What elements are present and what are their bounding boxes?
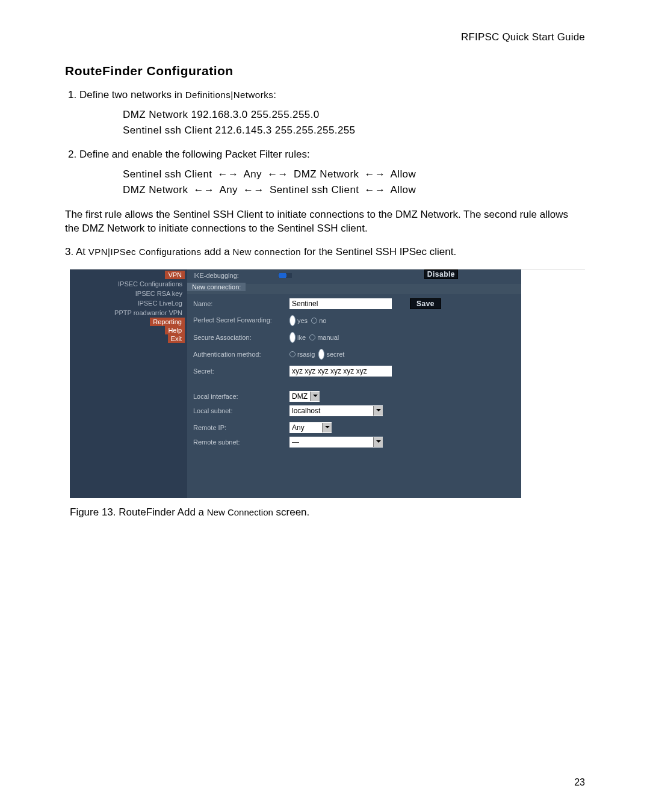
sidebar-item-exit[interactable]: Exit <box>168 334 185 343</box>
disable-button[interactable]: Disable <box>424 269 458 279</box>
rule-part: Sentinel ssh Client <box>123 168 212 180</box>
network-row: DMZ Network 192.168.3.0 255.255.255.0 <box>123 107 585 123</box>
section-tab-new-connection: New connection: <box>187 283 246 291</box>
sidebar-item-vpn[interactable]: VPN <box>165 271 185 279</box>
remote-ip-value: Any <box>292 423 307 432</box>
step1-tail: : <box>273 89 276 100</box>
rule-row: Sentinel ssh Client ←→ Any ←→ DMZ Networ… <box>123 167 585 182</box>
sa-ike-radio[interactable] <box>289 332 296 343</box>
new-connection-form: Name: Sentinel Save Perfect Secret Forwa… <box>193 298 515 454</box>
rule-row: DMZ Network ←→ Any ←→ Sentinel ssh Clien… <box>123 182 585 198</box>
step3-action: New connection <box>232 247 301 257</box>
sa-manual-radio[interactable] <box>309 334 315 340</box>
local-subnet-select[interactable]: localhost <box>289 405 383 416</box>
body-paragraph: The first rule allows the Sentinel SSH C… <box>65 208 585 236</box>
save-button[interactable]: Save <box>410 298 441 309</box>
auth-rsasig-radio[interactable] <box>289 351 296 357</box>
step3-path: VPN|IPSec Configurations <box>88 247 202 257</box>
arrow-icon: ←→ <box>362 182 388 198</box>
local-subnet-label: Local subnet: <box>193 407 289 414</box>
chevron-down-icon <box>310 392 320 401</box>
arrow-icon: ←→ <box>362 167 388 182</box>
steps-list: Define two networks in Definitions|Netwo… <box>65 89 585 197</box>
arrow-icon: ←→ <box>241 182 267 198</box>
step-1: Define two networks in Definitions|Netwo… <box>79 89 585 138</box>
sidebar-item-reporting[interactable]: Reporting <box>150 318 185 326</box>
routefinder-screenshot: VPN IPSEC Configurations IPSEC RSA key I… <box>70 269 521 498</box>
pfs-no-text: no <box>319 317 326 324</box>
sidebar-nav: VPN IPSEC Configurations IPSEC RSA key I… <box>70 269 187 498</box>
figcap-lead: Figure 13. RouteFinder Add a <box>70 506 207 518</box>
remote-ip-label: Remote IP: <box>193 424 289 431</box>
document-page: RFIPSC Quick Start Guide RouteFinder Con… <box>0 0 650 812</box>
screenshot-main: IKE-debugging: Disable New connection: N… <box>187 269 521 498</box>
pfs-yes-radio[interactable] <box>289 315 296 326</box>
secret-input[interactable]: xyz xyz xyz xyz xyz xyz <box>289 366 392 377</box>
rule-part: DMZ Network <box>294 168 359 180</box>
chevron-down-icon <box>373 406 383 416</box>
figure-screenshot: VPN IPSEC Configurations IPSEC RSA key I… <box>70 269 585 518</box>
step-2: Define and enable the following Packet F… <box>79 149 585 197</box>
remote-subnet-label: Remote subnet: <box>193 438 289 446</box>
auth-secret-radio[interactable] <box>318 349 324 360</box>
figcap-tail: screen. <box>273 506 309 518</box>
name-label: Name: <box>193 300 289 307</box>
remote-subnet-value: — <box>292 438 302 446</box>
local-interface-label: Local interface: <box>193 393 289 400</box>
sa-label: Secure Association: <box>193 334 289 341</box>
rule-part: Allow <box>391 184 416 195</box>
running-header: RFIPSC Quick Start Guide <box>65 31 585 43</box>
step3-mid: add a <box>201 246 232 257</box>
rule-part: DMZ Network <box>123 184 188 195</box>
figure-caption: Figure 13. RouteFinder Add a New Connect… <box>70 506 585 518</box>
secret-label: Secret: <box>193 368 289 375</box>
local-interface-value: DMZ <box>292 392 310 401</box>
rule-part: Allow <box>391 168 416 180</box>
chevron-down-icon <box>322 423 332 432</box>
sidebar-item-ipsec-livelog[interactable]: IPSEC LiveLog <box>137 298 185 308</box>
sidebar-item-pptp-roadwarrior[interactable]: PPTP roadwarrior VPN <box>114 308 185 318</box>
step1-lead: Define two networks in <box>79 89 185 100</box>
remote-subnet-select[interactable]: — <box>289 437 383 448</box>
arrow-icon: ←→ <box>265 167 291 182</box>
local-subnet-value: localhost <box>292 407 323 415</box>
sidebar-item-ipsec-rsa-key[interactable]: IPSEC RSA key <box>135 289 185 298</box>
pfs-no-radio[interactable] <box>311 318 317 324</box>
rule-part: Any <box>244 168 262 180</box>
step2-text: Define and enable the following Packet F… <box>79 149 310 160</box>
network-row: Sentinel ssh Client 212.6.145.3 255.255.… <box>123 123 585 138</box>
arrow-icon: ←→ <box>191 182 217 198</box>
page-number: 23 <box>574 777 585 788</box>
step-3: 3. At VPN|IPSec Configurations add a New… <box>65 245 585 259</box>
sa-ike-text: ike <box>297 334 306 341</box>
chevron-down-icon <box>373 437 383 447</box>
pfs-yes-text: yes <box>297 317 308 324</box>
step3-pre: At <box>76 246 88 257</box>
status-led-icon <box>279 273 292 278</box>
auth-label: Authentication method: <box>193 351 289 358</box>
step1-location: Definitions|Networks <box>185 90 273 100</box>
section-title: RouteFinder Configuration <box>65 64 585 78</box>
figcap-term: New Connection <box>207 507 273 517</box>
ike-debugging-label: IKE-debugging: <box>193 272 239 279</box>
pfs-label: Perfect Secret Forwarding: <box>193 316 289 324</box>
local-interface-select[interactable]: DMZ <box>289 391 320 402</box>
step1-networks: DMZ Network 192.168.3.0 255.255.255.0 Se… <box>123 107 585 138</box>
arrow-icon: ←→ <box>215 167 241 182</box>
auth-rsasig-text: rsasig <box>297 351 315 358</box>
rule-part: Any <box>219 184 238 195</box>
sidebar-item-help[interactable]: Help <box>165 326 185 334</box>
sidebar-item-ipsec-configurations[interactable]: IPSEC Configurations <box>118 279 185 289</box>
sa-manual-text: manual <box>317 334 339 341</box>
step2-rules: Sentinel ssh Client ←→ Any ←→ DMZ Networ… <box>123 167 585 197</box>
name-input[interactable]: Sentinel <box>289 298 392 309</box>
step3-post: for the Sentinel SSH IPSec client. <box>301 246 456 257</box>
remote-ip-select[interactable]: Any <box>289 422 332 433</box>
auth-secret-text: secret <box>326 351 344 358</box>
rule-part: Sentinel ssh Client <box>270 184 359 195</box>
